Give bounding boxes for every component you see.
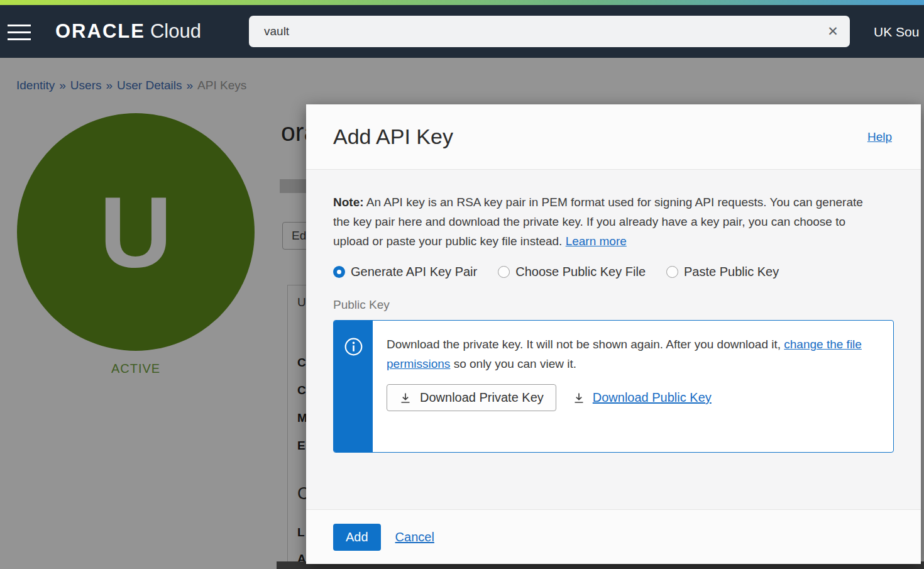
dialog-title: Add API Key [333,124,453,149]
help-link[interactable]: Help [867,130,892,144]
cancel-link[interactable]: Cancel [395,530,434,544]
radio-unselected-icon [666,266,678,278]
brand-gradient-strip [0,0,924,5]
info-banner-stripe [334,321,373,452]
info-banner: Download the private key. It will not be… [333,320,894,453]
dialog-body: Note: An API key is an RSA key pair in P… [306,170,921,509]
dialog-footer: Add Cancel [306,509,921,564]
download-actions-row: Download Private Key Download Public Key [387,384,883,411]
top-navbar: ORACLECloud ✕ UK Sou [0,5,924,58]
public-key-field-label: Public Key [333,298,894,312]
oracle-cloud-logo[interactable]: ORACLECloud [55,20,201,43]
download-icon [399,392,412,404]
add-api-key-dialog: Add API Key Help Note: An API key is an … [306,104,921,564]
add-button[interactable]: Add [333,524,381,551]
radio-unselected-icon [498,266,510,278]
download-public-key-action: Download Public Key [573,390,712,405]
download-icon [573,392,585,404]
search-input[interactable] [249,25,816,38]
learn-more-link[interactable]: Learn more [566,235,627,248]
logo-oracle-text: ORACLE [55,20,145,42]
download-public-key-link[interactable]: Download Public Key [593,390,712,405]
download-private-key-button[interactable]: Download Private Key [387,384,556,411]
global-search: ✕ [249,16,850,47]
radio-paste-public-key[interactable]: Paste Public Key [666,265,779,279]
info-banner-content: Download the private key. It will not be… [373,321,894,452]
radio-selected-icon [333,266,345,278]
note-paragraph: Note: An API key is an RSA key pair in P… [333,192,874,251]
info-banner-text: Download the private key. It will not be… [387,334,883,373]
radio-choose-public-key-file[interactable]: Choose Public Key File [498,265,646,279]
note-label: Note: [333,196,364,209]
search-clear-icon[interactable]: ✕ [816,24,850,39]
dialog-header: Add API Key Help [306,104,921,170]
logo-cloud-text: Cloud [150,20,201,42]
info-icon [344,337,363,356]
radio-generate-api-key-pair[interactable]: Generate API Key Pair [333,265,477,279]
key-source-radio-group: Generate API Key Pair Choose Public Key … [333,265,894,279]
hamburger-menu-icon[interactable] [8,25,31,42]
region-selector[interactable]: UK Sou [874,25,919,40]
